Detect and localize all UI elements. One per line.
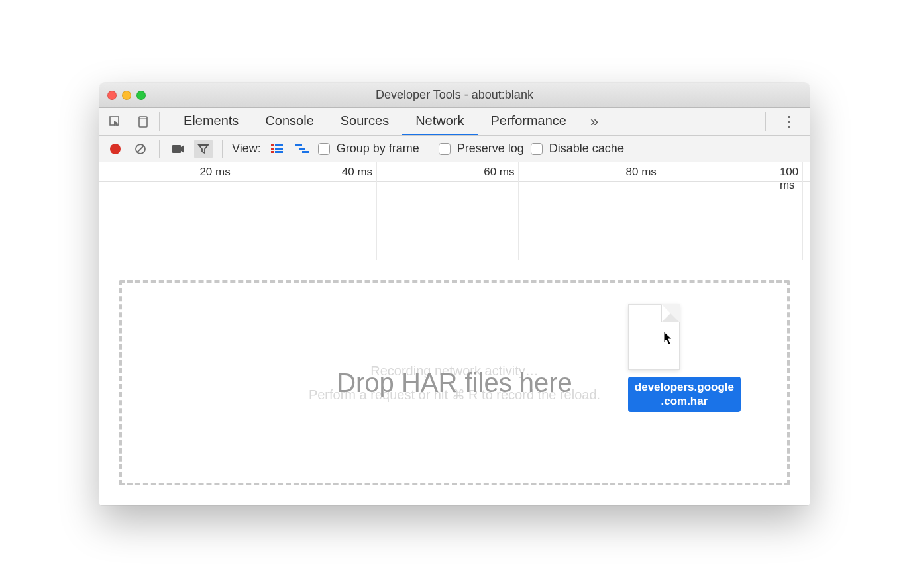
svg-rect-8 [271,148,274,150]
tick-label: 100 ms [780,166,802,192]
waterfall-view-icon[interactable] [293,140,311,158]
group-by-frame-label[interactable]: Group by frame [337,142,419,156]
svg-line-4 [137,146,144,152]
network-toolbar: View: Group by frame Preserve log Disabl… [99,136,810,162]
camera-icon[interactable] [169,140,187,158]
devtools-window: Developer Tools - about:blank Elements C… [99,83,810,505]
svg-rect-10 [271,151,274,153]
svg-rect-9 [275,148,283,150]
svg-rect-1 [139,117,147,127]
window-title: Developer Tools - about:blank [99,88,810,102]
group-by-frame-checkbox[interactable] [318,143,330,155]
svg-rect-5 [172,145,181,153]
filter-icon[interactable] [194,140,213,158]
har-dropzone[interactable]: Recording network activity… Perform a re… [119,280,790,485]
cursor-icon [663,331,674,350]
close-window-button[interactable] [107,91,117,100]
tab-sources[interactable]: Sources [327,108,402,135]
dragged-file-name: developers.google .com.har [628,377,741,412]
inspect-element-icon[interactable] [106,113,125,131]
preserve-log-label[interactable]: Preserve log [457,142,524,156]
svg-rect-14 [302,151,309,153]
preserve-log-checkbox[interactable] [439,143,451,155]
tick-label: 60 ms [484,166,518,179]
svg-rect-13 [299,148,305,150]
tabs-row: Elements Console Sources Network Perform… [99,108,810,136]
minimize-window-button[interactable] [122,91,131,100]
tab-network[interactable]: Network [402,108,477,135]
tab-performance[interactable]: Performance [478,108,580,135]
tab-console[interactable]: Console [252,108,327,135]
record-button[interactable] [106,140,125,158]
list-view-icon[interactable] [268,140,286,158]
tick-label: 20 ms [199,166,234,179]
svg-rect-6 [271,144,274,146]
svg-rect-7 [275,144,283,146]
tick-label: 80 ms [626,166,661,179]
more-tabs-button[interactable]: » [580,108,609,135]
maximize-window-button[interactable] [136,91,146,100]
view-label: View: [232,142,261,156]
svg-rect-11 [275,151,283,153]
window-titlebar: Developer Tools - about:blank [99,83,810,108]
kebab-menu-icon[interactable]: ⋮ [776,113,802,130]
network-log-pane: Recording network activity… Perform a re… [99,260,810,505]
device-toggle-icon[interactable] [134,113,152,131]
drop-files-text: Drop HAR files here [337,368,572,398]
timeline-overview[interactable]: 20 ms 40 ms 60 ms 80 ms 100 ms [99,162,810,260]
disable-cache-label[interactable]: Disable cache [549,142,624,156]
disable-cache-checkbox[interactable] [531,143,543,155]
dragged-file: developers.google .com.har [628,304,741,412]
tick-label: 40 ms [342,166,376,179]
timeline-ruler: 20 ms 40 ms 60 ms 80 ms 100 ms [99,162,810,182]
clear-button[interactable] [131,140,150,158]
svg-rect-12 [295,144,302,146]
panel-tabs: Elements Console Sources Network Perform… [160,108,609,135]
file-icon [628,304,680,370]
tab-elements[interactable]: Elements [170,108,252,135]
